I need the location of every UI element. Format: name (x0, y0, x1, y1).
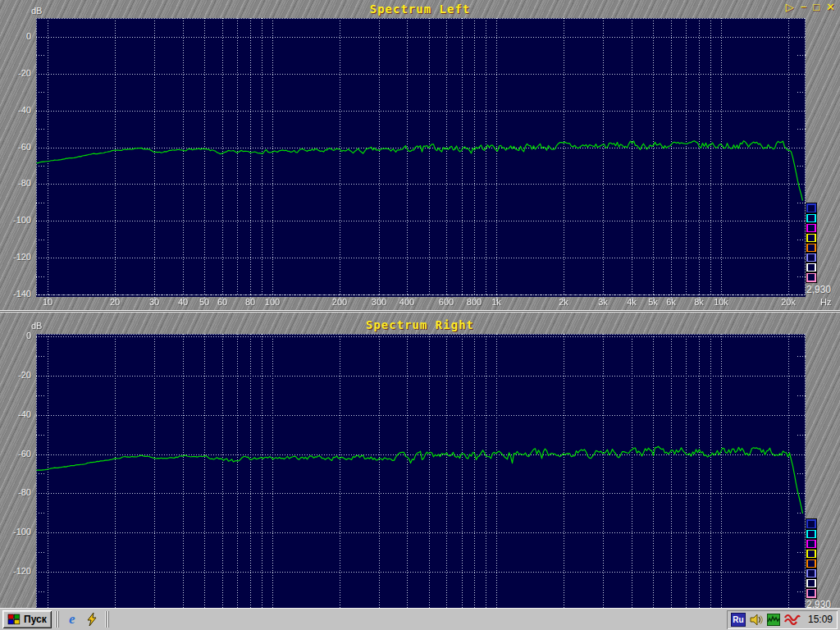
y-axis-tick-label: -120 (0, 252, 31, 262)
start-button-label: Пуск (24, 614, 47, 625)
legend-color-swatch[interactable] (806, 568, 816, 578)
legend-color-swatch[interactable] (806, 539, 816, 549)
y-axis-tick-label: -120 (0, 566, 31, 576)
y-axis-tick-label: 0 (0, 331, 31, 340)
y-axis-unit-right: dB (31, 321, 42, 331)
y-axis-tick-label: -20 (0, 370, 31, 380)
minimize-button[interactable]: − (801, 2, 807, 13)
legend-left (806, 203, 816, 282)
y-axis-tick-label: -80 (0, 178, 31, 188)
y-axis-tick-label: -60 (0, 142, 31, 152)
spectrum-analyzer-tray-icon[interactable] (767, 614, 780, 626)
legend-color-swatch[interactable] (806, 519, 816, 529)
legend-color-swatch[interactable] (806, 588, 816, 598)
legend-color-swatch[interactable] (806, 262, 816, 272)
panel-divider (0, 310, 840, 313)
rollup-button[interactable]: ▷ (786, 2, 794, 13)
taskbar-handle[interactable] (55, 611, 59, 628)
legend-color-swatch[interactable] (806, 233, 816, 243)
wave-monitor-tray-icon[interactable] (784, 614, 801, 625)
legend-color-swatch[interactable] (806, 203, 816, 213)
panel-title-left: Spectrum Left (0, 2, 840, 16)
close-button[interactable]: ✕ (826, 2, 835, 13)
start-button[interactable]: Пуск (2, 610, 52, 628)
legend-color-swatch[interactable] (806, 529, 816, 539)
language-indicator[interactable]: Ru (731, 613, 746, 627)
legend-color-swatch[interactable] (806, 243, 816, 253)
y-axis-tick-label: -40 (0, 105, 31, 115)
legend-color-swatch[interactable] (806, 213, 816, 223)
y-axis-unit-left: dB (31, 6, 42, 16)
x-axis-unit: Hz (820, 297, 831, 307)
legend-color-swatch[interactable] (806, 253, 816, 262)
legend-color-swatch[interactable] (806, 559, 816, 568)
y-axis-tick-label: -100 (0, 527, 31, 536)
y-axis-tick-label: 0 (0, 31, 31, 41)
y-axis-tick-label: -80 (0, 487, 31, 497)
system-tray: Ru 15:09 (727, 610, 838, 629)
y-axis-tick-label: -20 (0, 68, 31, 78)
panel-title-right: Spectrum Right (0, 318, 840, 331)
legend-right (806, 519, 816, 598)
cursor-readout-left: 2,930 (806, 284, 831, 295)
legend-color-swatch[interactable] (806, 578, 816, 588)
winamp-icon[interactable] (82, 610, 102, 628)
maximize-button[interactable]: □ (813, 2, 819, 13)
desktop: Spectrum Left ▷ − □ ✕ dB 0-20-40-60-80-1… (0, 0, 840, 630)
taskbar: Пуск e Ru (0, 608, 840, 630)
legend-color-swatch[interactable] (806, 223, 816, 233)
y-axis-tick-label: -100 (0, 215, 31, 225)
tray-clock[interactable]: 15:09 (808, 614, 833, 625)
taskbar-handle[interactable] (105, 611, 109, 628)
legend-color-swatch[interactable] (806, 549, 816, 559)
window-controls: ▷ − □ ✕ (786, 2, 835, 13)
windows-logo-icon (7, 614, 21, 625)
legend-color-swatch[interactable] (806, 272, 816, 282)
y-axis-tick-label: -60 (0, 449, 31, 459)
spectrum-plot-right[interactable] (36, 334, 806, 617)
y-axis-tick-label: -40 (0, 409, 31, 419)
y-axis-tick-label: -140 (0, 289, 31, 299)
internet-explorer-icon[interactable]: e (62, 610, 82, 628)
spectrum-plot-left[interactable] (36, 18, 806, 302)
volume-icon[interactable] (750, 614, 763, 626)
